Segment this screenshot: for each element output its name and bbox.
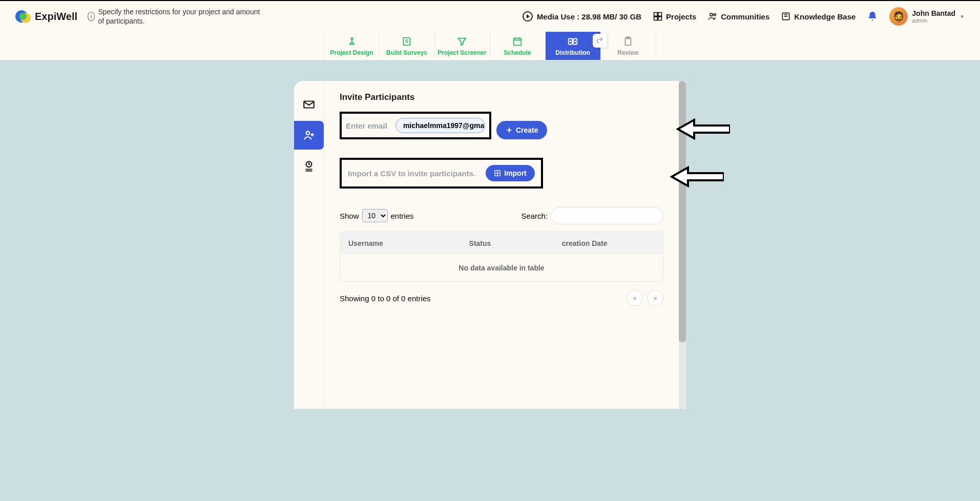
show-entries: Show 10 entries bbox=[340, 209, 414, 222]
tab-project-screener[interactable]: Project Screener bbox=[435, 32, 490, 60]
empty-state: No data available in table bbox=[340, 255, 663, 281]
participants-table: Username Status creation Date No data av… bbox=[340, 232, 663, 282]
svg-point-4 bbox=[710, 13, 713, 16]
logo-icon bbox=[15, 9, 31, 24]
search-input[interactable] bbox=[551, 207, 663, 224]
user-name: John Bantad bbox=[912, 9, 955, 17]
annotation-arrow-icon bbox=[670, 166, 724, 190]
pager-next[interactable]: » bbox=[647, 290, 663, 306]
svg-point-20 bbox=[575, 41, 576, 42]
sidebar-item-history[interactable] bbox=[294, 152, 324, 180]
nav-projects[interactable]: Projects bbox=[653, 11, 696, 22]
svg-point-5 bbox=[714, 14, 716, 16]
tab-label: Distribution bbox=[555, 49, 590, 56]
grid-icon bbox=[653, 11, 663, 22]
tab-schedule[interactable]: Schedule bbox=[490, 32, 546, 60]
nav-communities-label: Communities bbox=[721, 12, 769, 21]
svg-rect-1 bbox=[658, 13, 662, 16]
import-box: Import a CSV to invite participants. Imp… bbox=[340, 158, 543, 189]
media-use-text: Media Use : 28.98 MB/ 30 GB bbox=[537, 12, 641, 21]
pagination: « » bbox=[627, 290, 663, 306]
logo[interactable]: ExpiWell bbox=[15, 9, 77, 24]
plus-icon bbox=[506, 127, 513, 134]
svg-rect-13 bbox=[514, 38, 522, 45]
svg-point-9 bbox=[351, 37, 353, 39]
tab-label: Schedule bbox=[504, 49, 531, 56]
create-label: Create bbox=[516, 126, 538, 134]
import-text: Import a CSV to invite participants. bbox=[348, 169, 475, 178]
svg-rect-2 bbox=[654, 17, 658, 20]
tab-build-surveys[interactable]: Build Surveys bbox=[380, 32, 435, 60]
search-label: Search: bbox=[521, 212, 548, 220]
people-icon bbox=[707, 11, 718, 22]
book-icon bbox=[781, 11, 791, 22]
content-area: Invite Participants Enter email michaelm… bbox=[324, 81, 679, 409]
user-role: admin bbox=[912, 17, 955, 24]
enter-email-label: Enter email bbox=[346, 121, 387, 130]
page-title: Invite Participants bbox=[340, 92, 663, 102]
tip-banner: i Specify the restrictions for your proj… bbox=[88, 7, 262, 26]
play-icon bbox=[523, 11, 533, 22]
col-creation[interactable]: creation Date bbox=[562, 239, 655, 247]
brand-name: ExpiWell bbox=[35, 11, 77, 23]
table-header: Username Status creation Date bbox=[340, 232, 663, 255]
nav-projects-label: Projects bbox=[666, 12, 696, 21]
create-button[interactable]: Create bbox=[496, 121, 548, 139]
tab-project-design[interactable]: Project Design bbox=[324, 32, 380, 60]
redo-chip[interactable] bbox=[593, 34, 607, 48]
redo-icon bbox=[596, 36, 604, 44]
email-chip[interactable]: michaelmma1997@gmail.c bbox=[395, 118, 485, 133]
nav-knowledge-base[interactable]: Knowledge Base bbox=[781, 11, 856, 22]
import-label: Import bbox=[504, 169, 527, 177]
nav-kb-label: Knowledge Base bbox=[794, 12, 856, 21]
chevron-down-icon: ▼ bbox=[960, 14, 965, 19]
import-button[interactable]: Import bbox=[486, 165, 535, 181]
tab-review[interactable]: Review bbox=[601, 32, 656, 60]
sidebar-item-invite[interactable] bbox=[294, 121, 324, 150]
clock-history-icon bbox=[302, 159, 316, 173]
add-user-icon bbox=[302, 129, 316, 142]
info-icon: i bbox=[88, 12, 95, 21]
show-label: Show bbox=[340, 212, 359, 220]
pager-prev[interactable]: « bbox=[627, 290, 643, 306]
showing-text: Showing 0 to 0 of 0 entries bbox=[340, 294, 431, 303]
top-bar: ExpiWell i Specify the restrictions for … bbox=[0, 0, 980, 32]
side-nav bbox=[294, 81, 324, 409]
bell-icon[interactable] bbox=[867, 11, 878, 22]
table-icon bbox=[494, 170, 501, 177]
search-wrap: Search: bbox=[521, 207, 663, 224]
envelope-icon bbox=[302, 98, 316, 111]
avatar: 🧔 bbox=[889, 7, 908, 26]
user-menu[interactable]: 🧔 John Bantad admin ▼ bbox=[889, 7, 965, 26]
svg-rect-3 bbox=[658, 17, 662, 20]
tip-text: Specify the restrictions for your projec… bbox=[98, 7, 262, 26]
tab-label: Project Design bbox=[330, 49, 373, 56]
svg-rect-0 bbox=[654, 13, 658, 16]
svg-point-24 bbox=[306, 131, 310, 135]
email-input-box: Enter email michaelmma1997@gmail.c bbox=[340, 112, 491, 139]
nav-communities[interactable]: Communities bbox=[707, 11, 769, 22]
tab-label: Build Surveys bbox=[386, 49, 427, 56]
media-use: Media Use : 28.98 MB/ 30 GB bbox=[523, 11, 641, 22]
tab-label: Review bbox=[617, 49, 638, 56]
sidebar-item-mail[interactable] bbox=[294, 90, 324, 119]
entries-label: entries bbox=[391, 212, 414, 220]
svg-point-19 bbox=[570, 41, 571, 42]
main-panel: Invite Participants Enter email michaelm… bbox=[294, 81, 686, 409]
entries-select[interactable]: 10 bbox=[362, 209, 388, 222]
tab-label: Project Screener bbox=[437, 49, 486, 56]
annotation-arrow-icon bbox=[676, 118, 730, 142]
tab-bar: Project Design Build Surveys Project Scr… bbox=[0, 32, 980, 60]
col-username[interactable]: Username bbox=[348, 239, 469, 247]
col-status[interactable]: Status bbox=[469, 239, 562, 247]
